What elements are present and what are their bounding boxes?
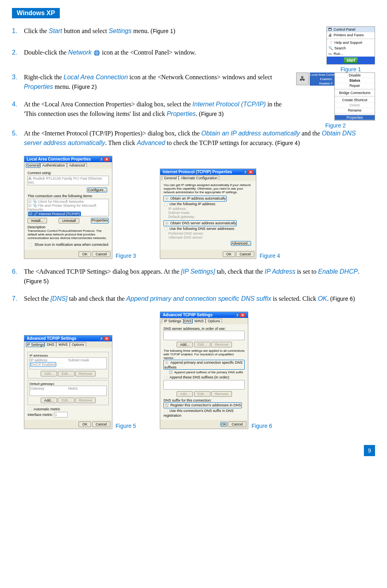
figure-1: 🗔Control Panel 🖨Printers and Faxes ❔Help…	[326, 26, 375, 73]
tab: General	[162, 176, 179, 180]
inline-term: [IP Settings]	[181, 268, 215, 275]
figure-reference: Figure 1	[153, 28, 173, 34]
ok-button: OK	[223, 251, 235, 257]
inline-term: Obtain an IP address automatically	[201, 130, 300, 137]
dialog-title: Internet Protocol (TCP/IP) Properties	[163, 170, 232, 174]
inline-term: Settings	[108, 27, 132, 34]
text: Select the	[24, 295, 51, 302]
figure-3-dialog: Local Area Connection Properties?✕ Gener…	[24, 156, 112, 259]
text: menu. (	[132, 27, 153, 34]
remove-button: Remove	[75, 371, 96, 376]
text: is selected. Click	[271, 295, 318, 302]
tab: Advanced	[67, 163, 87, 167]
inline-term: [DNS]	[51, 295, 68, 302]
tab: Alternate Configuration	[179, 176, 219, 180]
text: tab, check that the	[215, 268, 265, 275]
list-item: File and Printer Sharing for Microsoft N…	[28, 204, 96, 212]
step-number: 3.	[12, 73, 17, 82]
figure-label: Figure 6	[251, 423, 272, 429]
text: Double-click the	[24, 49, 68, 56]
edit-button: Edit...	[194, 391, 210, 397]
uninstall-button: Uninstall	[59, 218, 80, 223]
inline-term: IP Address	[265, 268, 295, 275]
text: . Then click	[105, 139, 137, 146]
steps-list-continued: 6. The <Advanced TCP/IP Settings> dialog…	[12, 267, 375, 304]
radio-label: Use the following DNS server addresses:	[169, 227, 235, 231]
ctx-item: Disable	[335, 73, 375, 78]
remove-button: Remove	[211, 391, 232, 397]
tab: Authentication	[40, 163, 67, 167]
text: and the	[300, 130, 322, 137]
inline-term: Enable DHCP	[318, 268, 358, 275]
note: The following three settings are applied…	[163, 349, 245, 360]
figure-label: Figure 3	[116, 253, 136, 259]
step-1: 1. Click the Start button and select Set…	[12, 26, 318, 36]
text: icon at the <Network Connections> window…	[128, 74, 272, 80]
figure-2: 🖧 Local Area Connection Enabled Realtek …	[296, 73, 375, 129]
menu-item: Control Panel	[334, 27, 356, 31]
list-item: Internet Protocol (TCP/IP)	[39, 212, 80, 216]
ctx-item: Bridge Connections	[335, 90, 375, 96]
ctx-item: Status	[335, 78, 375, 83]
figures-row-3-4: Local Area Connection Properties?✕ Gener…	[24, 156, 375, 259]
text: . (	[327, 295, 332, 302]
figure-reference: Figure 2	[74, 84, 94, 90]
adapter-name: Realtek RTL8139 Family PCI Fast Ethernet…	[28, 176, 102, 184]
text: is set to	[295, 268, 318, 275]
inline-term: Local Area Connection	[64, 74, 128, 80]
field-label: Interface metric:	[28, 413, 53, 417]
menu-item: Search	[334, 46, 346, 50]
step-3: 3. Right-click the Local Area Connection…	[12, 73, 288, 92]
start-button: start	[344, 57, 358, 63]
step-number: 5.	[12, 129, 17, 138]
text: tab and check that the	[67, 295, 126, 302]
inline-term: Network	[68, 49, 92, 56]
add-button: Add...	[177, 391, 193, 397]
text: )	[298, 139, 300, 146]
text: )	[353, 295, 355, 302]
menu-item: Help and Support	[334, 41, 362, 45]
checkbox-label: Append parent suffixes of the primary DN…	[174, 370, 243, 374]
figure-label: Figure 4	[259, 253, 280, 259]
list-item: Client for Microsoft Networks	[38, 200, 84, 204]
cancel-button: Cancel	[92, 421, 110, 427]
figure-5-dialog: Advanced TCP/IP Settings?✕ IP SettingsDN…	[24, 335, 112, 429]
step-2: 2. Double-click the Network icon at the …	[12, 48, 318, 57]
tab: Options	[206, 319, 222, 323]
text: Click the	[24, 27, 49, 34]
inline-term: Internet Protocol (TCP/IP)	[193, 101, 266, 108]
add-button: Add...	[41, 371, 57, 376]
text: The <Advanced TCP/IP Settings> dialog bo…	[24, 268, 181, 275]
page-footer: 9	[12, 445, 375, 456]
ok-button: OK	[79, 251, 91, 257]
ctx-item: Repair	[335, 83, 375, 88]
dialog-title: Advanced TCP/IP Settings	[27, 336, 77, 341]
figure-6-dialog: Advanced TCP/IP Settings?✕ IP SettingsDN…	[160, 312, 248, 429]
interface-metric-value: 1	[54, 412, 68, 417]
properties-button: Properties	[91, 218, 109, 223]
step-4: 4. At the <Local Area Connection Propert…	[12, 100, 288, 119]
dhcp-enabled: DHCP Enabled	[30, 362, 56, 367]
ctx-item: Rename	[335, 108, 375, 113]
advanced-button: Advanced...	[231, 241, 251, 246]
figure-reference: Figure 3	[201, 111, 221, 117]
remove-button: Remove	[75, 398, 96, 403]
label: Connect using:	[28, 171, 109, 175]
inline-term: Properties	[24, 83, 53, 90]
tab: WINS	[56, 342, 70, 347]
text: At the <Internet Protocol (TCP/IP) Prope…	[24, 130, 201, 137]
edit-button: Edit...	[58, 371, 74, 376]
section-header: Windows XP	[12, 8, 60, 18]
text: menu. (	[53, 83, 74, 90]
text: At the <Local Area Connection Properties…	[24, 101, 193, 108]
figures-row-5-6: Advanced TCP/IP Settings?✕ IP SettingsDN…	[24, 312, 375, 429]
inline-term: Properties	[167, 110, 196, 117]
tab: Options	[70, 342, 86, 347]
ok-button: OK	[220, 422, 227, 427]
label: This connection uses the following items…	[28, 194, 109, 198]
menu-icon: 🔍	[328, 46, 333, 50]
text: to check the TCP/IP settings for accurac…	[165, 139, 277, 146]
col-header: Subnet mask	[68, 358, 106, 362]
figure-reference: Figure 5	[26, 278, 46, 284]
checkbox-label: Automatic metric	[33, 407, 60, 411]
